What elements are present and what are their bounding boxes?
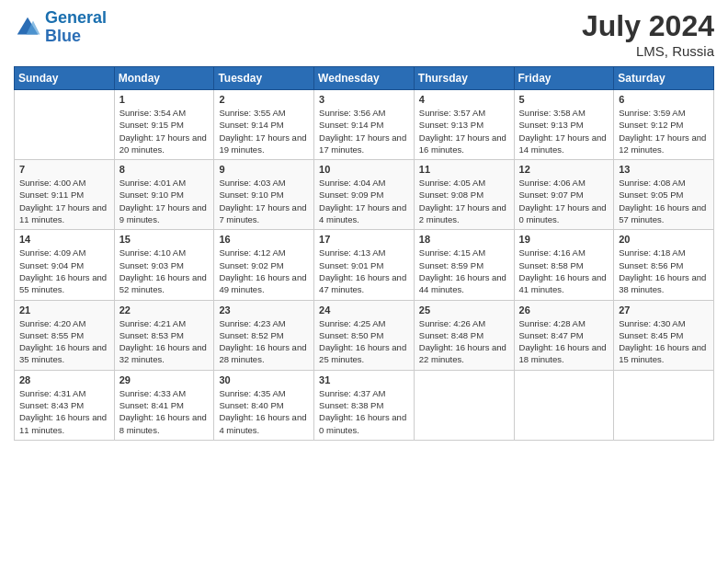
day-detail: Sunrise: 3:58 AMSunset: 9:13 PMDaylight:… [519,107,609,155]
day-detail: Sunrise: 4:30 AMSunset: 8:45 PMDaylight:… [619,317,709,366]
day-number: 3 [319,94,409,105]
day-cell [414,370,514,440]
day-cell: 18Sunrise: 4:15 AMSunset: 8:59 PMDayligh… [414,230,514,300]
calendar-page: General Blue July 2024 LMS, Russia Sunda… [0,0,728,563]
day-detail: Sunrise: 4:25 AMSunset: 8:50 PMDaylight:… [319,317,409,366]
day-cell: 31Sunrise: 4:37 AMSunset: 8:38 PMDayligh… [314,370,415,440]
header-row: Sunday Monday Tuesday Wednesday Thursday… [15,67,714,90]
day-number: 29 [119,374,210,385]
day-number: 7 [19,164,109,175]
day-cell: 25Sunrise: 4:26 AMSunset: 8:48 PMDayligh… [414,300,514,370]
day-cell: 3Sunrise: 3:56 AMSunset: 9:14 PMDaylight… [314,90,415,160]
day-detail: Sunrise: 4:23 AMSunset: 8:52 PMDaylight:… [219,317,309,366]
day-detail: Sunrise: 4:00 AMSunset: 9:11 PMDaylight:… [19,177,109,225]
day-number: 1 [119,94,210,105]
day-detail: Sunrise: 4:04 AMSunset: 9:09 PMDaylight:… [319,177,409,225]
day-cell: 1Sunrise: 3:54 AMSunset: 9:15 PMDaylight… [114,90,214,160]
day-cell: 24Sunrise: 4:25 AMSunset: 8:50 PMDayligh… [314,300,415,370]
header: General Blue July 2024 LMS, Russia [14,9,714,59]
day-cell: 22Sunrise: 4:21 AMSunset: 8:53 PMDayligh… [114,300,214,370]
day-number: 19 [519,234,609,245]
day-detail: Sunrise: 3:57 AMSunset: 9:13 PMDaylight:… [419,107,509,155]
day-cell [15,90,115,160]
day-number: 11 [419,164,509,175]
day-detail: Sunrise: 4:33 AMSunset: 8:41 PMDaylight:… [119,387,210,436]
day-cell: 21Sunrise: 4:20 AMSunset: 8:55 PMDayligh… [15,300,115,370]
day-cell: 5Sunrise: 3:58 AMSunset: 9:13 PMDaylight… [514,90,614,160]
day-cell: 16Sunrise: 4:12 AMSunset: 9:02 PMDayligh… [214,230,314,300]
day-detail: Sunrise: 4:08 AMSunset: 9:05 PMDaylight:… [619,177,709,225]
day-detail: Sunrise: 4:35 AMSunset: 8:40 PMDaylight:… [219,387,309,436]
day-detail: Sunrise: 4:10 AMSunset: 9:03 PMDaylight:… [119,247,210,295]
week-row-2: 7Sunrise: 4:00 AMSunset: 9:11 PMDaylight… [15,160,714,230]
month-year: July 2024 [582,9,714,43]
day-number: 17 [319,234,409,245]
col-wednesday: Wednesday [314,67,415,90]
day-cell: 6Sunrise: 3:59 AMSunset: 9:12 PMDaylight… [614,90,714,160]
week-row-4: 21Sunrise: 4:20 AMSunset: 8:55 PMDayligh… [15,300,714,370]
day-cell: 13Sunrise: 4:08 AMSunset: 9:05 PMDayligh… [614,160,714,230]
day-number: 12 [519,164,609,175]
day-cell: 30Sunrise: 4:35 AMSunset: 8:40 PMDayligh… [214,370,314,440]
logo-icon [14,14,41,41]
day-detail: Sunrise: 4:16 AMSunset: 8:58 PMDaylight:… [519,247,609,295]
day-number: 27 [619,304,709,316]
day-detail: Sunrise: 3:55 AMSunset: 9:14 PMDaylight:… [219,107,309,155]
col-monday: Monday [114,67,214,90]
col-sunday: Sunday [15,67,115,90]
week-row-5: 28Sunrise: 4:31 AMSunset: 8:43 PMDayligh… [15,370,714,440]
logo-text: General Blue [45,9,107,46]
day-cell: 11Sunrise: 4:05 AMSunset: 9:08 PMDayligh… [414,160,514,230]
day-number: 6 [619,94,709,105]
day-detail: Sunrise: 4:37 AMSunset: 8:38 PMDaylight:… [319,387,409,436]
day-cell: 10Sunrise: 4:04 AMSunset: 9:09 PMDayligh… [314,160,415,230]
day-cell: 8Sunrise: 4:01 AMSunset: 9:10 PMDaylight… [114,160,214,230]
day-detail: Sunrise: 4:20 AMSunset: 8:55 PMDaylight:… [19,317,109,366]
day-cell: 28Sunrise: 4:31 AMSunset: 8:43 PMDayligh… [15,370,115,440]
day-number: 16 [219,234,309,245]
day-number: 23 [219,304,309,316]
day-number: 22 [119,304,210,316]
day-detail: Sunrise: 4:21 AMSunset: 8:53 PMDaylight:… [119,317,210,366]
day-number: 26 [519,304,609,316]
day-number: 8 [119,164,210,175]
day-cell: 29Sunrise: 4:33 AMSunset: 8:41 PMDayligh… [114,370,214,440]
day-cell [614,370,714,440]
week-row-1: 1Sunrise: 3:54 AMSunset: 9:15 PMDaylight… [15,90,714,160]
day-cell: 27Sunrise: 4:30 AMSunset: 8:45 PMDayligh… [614,300,714,370]
col-thursday: Thursday [414,67,514,90]
day-number: 24 [319,304,409,316]
calendar-table: Sunday Monday Tuesday Wednesday Thursday… [14,66,714,441]
day-number: 10 [319,164,409,175]
col-tuesday: Tuesday [214,67,314,90]
day-number: 9 [219,164,309,175]
day-detail: Sunrise: 3:59 AMSunset: 9:12 PMDaylight:… [619,107,709,155]
day-detail: Sunrise: 4:09 AMSunset: 9:04 PMDaylight:… [19,247,109,295]
day-cell: 26Sunrise: 4:28 AMSunset: 8:47 PMDayligh… [514,300,614,370]
day-number: 2 [219,94,309,105]
day-cell: 14Sunrise: 4:09 AMSunset: 9:04 PMDayligh… [15,230,115,300]
day-detail: Sunrise: 3:54 AMSunset: 9:15 PMDaylight:… [119,107,210,155]
day-number: 13 [619,164,709,175]
logo: General Blue [14,9,107,46]
day-number: 5 [519,94,609,105]
day-cell: 23Sunrise: 4:23 AMSunset: 8:52 PMDayligh… [214,300,314,370]
day-detail: Sunrise: 4:05 AMSunset: 9:08 PMDaylight:… [419,177,509,225]
col-friday: Friday [514,67,614,90]
week-row-3: 14Sunrise: 4:09 AMSunset: 9:04 PMDayligh… [15,230,714,300]
day-detail: Sunrise: 3:56 AMSunset: 9:14 PMDaylight:… [319,107,409,155]
title-block: July 2024 LMS, Russia [582,9,714,59]
day-detail: Sunrise: 4:03 AMSunset: 9:10 PMDaylight:… [219,177,309,225]
day-number: 15 [119,234,210,245]
day-detail: Sunrise: 4:18 AMSunset: 8:56 PMDaylight:… [619,247,709,295]
day-cell: 9Sunrise: 4:03 AMSunset: 9:10 PMDaylight… [214,160,314,230]
day-cell: 4Sunrise: 3:57 AMSunset: 9:13 PMDaylight… [414,90,514,160]
day-cell [514,370,614,440]
day-number: 21 [19,304,109,316]
day-detail: Sunrise: 4:06 AMSunset: 9:07 PMDaylight:… [519,177,609,225]
day-cell: 12Sunrise: 4:06 AMSunset: 9:07 PMDayligh… [514,160,614,230]
day-detail: Sunrise: 4:12 AMSunset: 9:02 PMDaylight:… [219,247,309,295]
day-detail: Sunrise: 4:28 AMSunset: 8:47 PMDaylight:… [519,317,609,366]
day-number: 28 [19,374,109,385]
day-cell: 17Sunrise: 4:13 AMSunset: 9:01 PMDayligh… [314,230,415,300]
